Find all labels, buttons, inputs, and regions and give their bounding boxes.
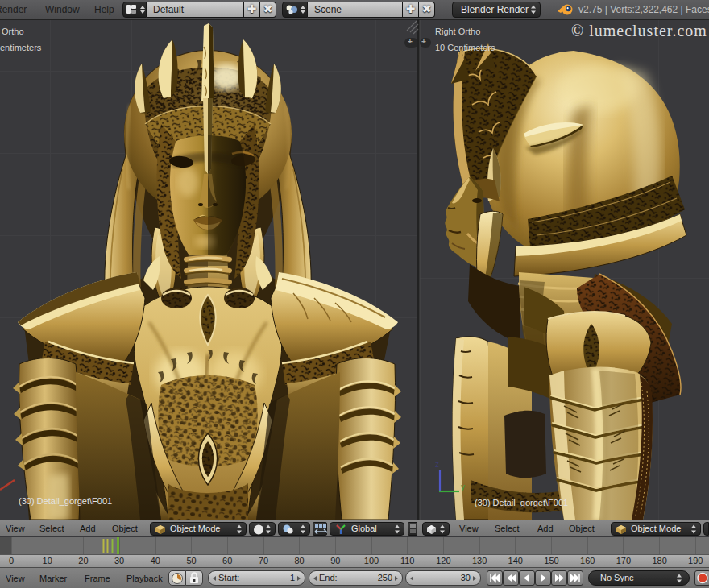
svg-text:z: z	[435, 460, 439, 469]
svg-text:y: y	[461, 482, 465, 491]
